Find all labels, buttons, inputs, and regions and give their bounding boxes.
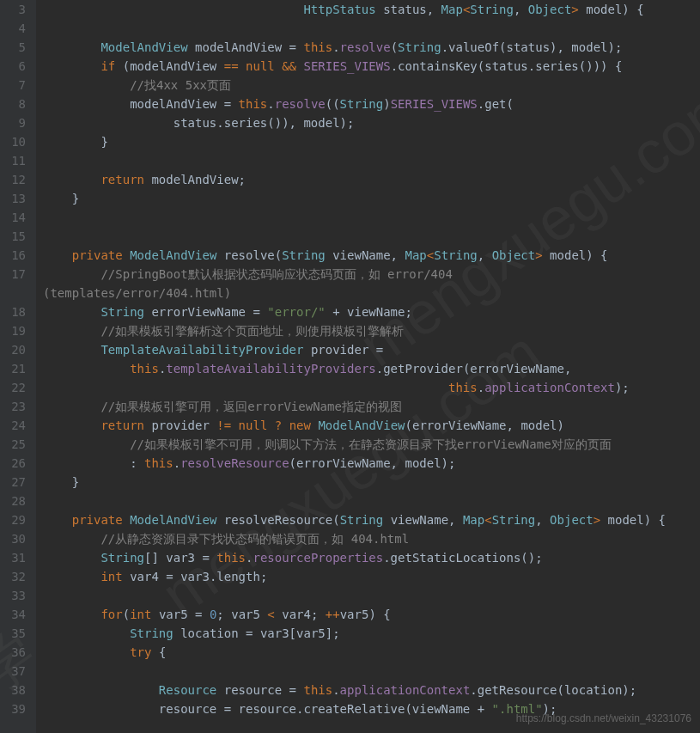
code-line[interactable]: TemplateAvailabilityProvider provider =: [43, 340, 700, 359]
code-line[interactable]: String[] var3 = this.resourceProperties.…: [43, 548, 700, 567]
line-number: 16: [7, 246, 26, 265]
code-line[interactable]: String location = var3[var5];: [43, 624, 700, 643]
code-editor[interactable]: 3456789101112131415161718192021222324252…: [0, 0, 700, 733]
line-number: 10: [7, 132, 26, 151]
code-line[interactable]: private ModelAndView resolveResource(Str…: [43, 510, 700, 529]
code-line[interactable]: return provider != null ? new ModelAndVi…: [43, 416, 700, 435]
code-line[interactable]: }: [43, 473, 700, 492]
line-number: 32: [7, 567, 26, 586]
code-line[interactable]: ModelAndView modelAndView = this.resolve…: [43, 38, 700, 57]
code-line[interactable]: int var4 = var3.length;: [43, 567, 700, 586]
line-gutter: 3456789101112131415161718192021222324252…: [0, 0, 36, 733]
code-line[interactable]: status.series()), model);: [43, 113, 700, 132]
code-line[interactable]: [43, 586, 700, 605]
line-number: 15: [7, 227, 26, 246]
line-number: 29: [7, 510, 26, 529]
line-number: 38: [7, 681, 26, 699]
line-number: 28: [7, 492, 26, 510]
code-line[interactable]: //从静态资源目录下找状态码的错误页面，如 404.html: [43, 529, 700, 548]
line-number: 30: [7, 529, 26, 548]
line-number: 17: [7, 265, 26, 284]
line-number: 36: [7, 643, 26, 662]
line-number: 5: [7, 38, 26, 57]
line-number: 22: [7, 378, 26, 397]
code-line[interactable]: [43, 227, 700, 246]
line-number: 11: [7, 151, 26, 170]
code-line[interactable]: [43, 208, 700, 227]
line-number: 37: [7, 662, 26, 681]
code-line[interactable]: : this.resolveResource(errorViewName, mo…: [43, 454, 700, 473]
line-number: 19: [7, 321, 26, 340]
line-number: 26: [7, 454, 26, 473]
code-line[interactable]: Resource resource = this.applicationCont…: [43, 681, 700, 699]
line-number: 8: [7, 95, 26, 113]
line-number: 31: [7, 548, 26, 567]
code-line[interactable]: modelAndView = this.resolve((String)SERI…: [43, 95, 700, 113]
line-number: 12: [7, 170, 26, 189]
line-number: 20: [7, 340, 26, 359]
code-line[interactable]: if (modelAndView == null && SERIES_VIEWS…: [43, 57, 700, 76]
line-number: 13: [7, 189, 26, 208]
line-number: 23: [7, 397, 26, 416]
code-line[interactable]: //SpringBoot默认根据状态码响应状态码页面，如 error/404: [43, 265, 700, 284]
line-number: 27: [7, 473, 26, 492]
code-line[interactable]: String errorViewName = "error/" + viewNa…: [43, 302, 700, 321]
line-number: 9: [7, 113, 26, 132]
code-line[interactable]: private ModelAndView resolve(String view…: [43, 246, 700, 265]
code-line[interactable]: this.applicationContext);: [43, 378, 700, 397]
line-number: 4: [7, 19, 26, 38]
line-number: 25: [7, 435, 26, 454]
code-line[interactable]: }: [43, 132, 700, 151]
code-line[interactable]: for(int var5 = 0; var5 < var4; ++var5) {: [43, 605, 700, 624]
line-number: 18: [7, 302, 26, 321]
code-line[interactable]: try {: [43, 643, 700, 662]
code-line[interactable]: HttpStatus status, Map<String, Object> m…: [43, 0, 700, 19]
line-number: [7, 284, 26, 302]
line-number: 6: [7, 57, 26, 76]
code-line[interactable]: [43, 492, 700, 510]
code-line[interactable]: }: [43, 189, 700, 208]
line-number: 21: [7, 359, 26, 378]
code-line[interactable]: this.templateAvailabilityProviders.getPr…: [43, 359, 700, 378]
line-number: 39: [7, 699, 26, 718]
line-number: 24: [7, 416, 26, 435]
code-line[interactable]: //如果模板引擎可用，返回errorViewName指定的视图: [43, 397, 700, 416]
code-line[interactable]: //如果模板引擎不可用，则调以下方法，在静态资源目录下找errorViewNam…: [43, 435, 700, 454]
line-number: 7: [7, 76, 26, 95]
line-number: 33: [7, 586, 26, 605]
code-line[interactable]: return modelAndView;: [43, 170, 700, 189]
code-line[interactable]: (templates/error/404.html): [43, 284, 700, 302]
line-number: 34: [7, 605, 26, 624]
line-number: 35: [7, 624, 26, 643]
code-line[interactable]: //找4xx 5xx页面: [43, 76, 700, 95]
code-area[interactable]: HttpStatus status, Map<String, Object> m…: [36, 0, 700, 733]
code-line[interactable]: [43, 151, 700, 170]
footer-url: https://blog.csdn.net/weixin_43231076: [516, 709, 691, 728]
line-number: 3: [7, 0, 26, 19]
code-line[interactable]: [43, 19, 700, 38]
code-line[interactable]: //如果模板引擎解析这个页面地址，则使用模板引擎解析: [43, 321, 700, 340]
line-number: 14: [7, 208, 26, 227]
code-line[interactable]: [43, 662, 700, 681]
